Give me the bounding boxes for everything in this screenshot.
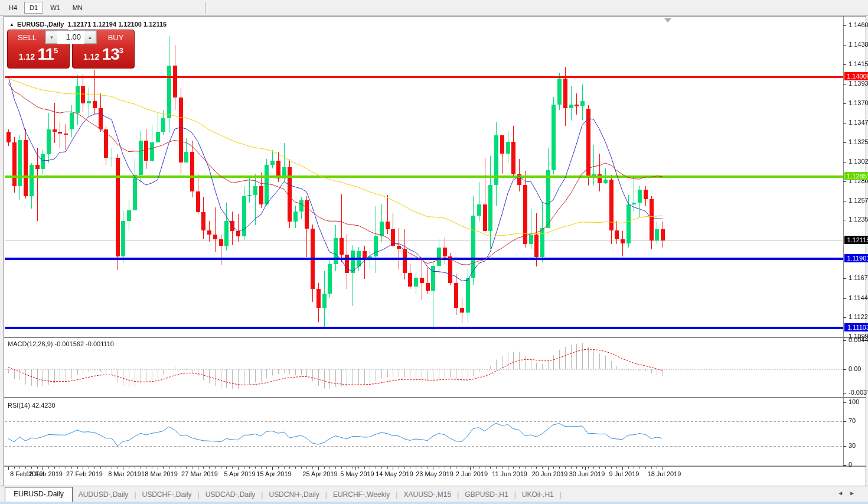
- chart-tab-bar: EURUSD-,DailyAUDUSD-,Daily|USDCHF-,Daily…: [0, 486, 868, 502]
- price-axis-tick: 1.14605: [849, 21, 868, 28]
- date-axis-tick: 9 Jul 2019: [609, 470, 639, 477]
- rsi-axis-tick: 0: [849, 461, 852, 468]
- date-axis-tick: 18 Jul 2019: [648, 470, 681, 477]
- price-axis-tick: 1.14155: [849, 60, 868, 67]
- chart-tab-gbpusd-h1[interactable]: GBPUSD-,H1: [459, 488, 514, 502]
- date-axis-tick: 14 May 2019: [376, 470, 413, 477]
- date-axis-tick: 5 May 2019: [340, 470, 374, 477]
- chart-tab-audusd-daily[interactable]: AUDUSD-,Daily: [73, 488, 135, 502]
- sell-price-prefix: 1.12: [19, 52, 35, 61]
- date-axis-tick: 27 Feb 2019: [66, 470, 103, 477]
- volume-input[interactable]: 1.00: [57, 31, 84, 44]
- date-axis-tick: 5 Apr 2019: [224, 470, 255, 477]
- date-axis-tick: 30 Jun 2019: [569, 470, 605, 477]
- date-axis-tick: 18 Feb 2019: [26, 470, 63, 477]
- tab-scroll-right-icon[interactable]: ►: [849, 490, 861, 496]
- volume-increase-icon[interactable]: ▲: [84, 31, 96, 44]
- chart-tab-eurusd-daily[interactable]: EURUSD-,Daily: [5, 487, 73, 502]
- date-axis-tick: 25 Apr 2019: [302, 470, 337, 477]
- chart-tab-eurchf-weekly[interactable]: EURCHF-,Weekly: [327, 488, 396, 502]
- rsi-axis-tick: 70: [849, 417, 856, 424]
- date-axis-tick: 15 Apr 2019: [256, 470, 291, 477]
- chart-tab-usdcnh-daily[interactable]: USDCNH-,Daily: [263, 488, 325, 502]
- date-axis-tick: 2 Jun 2019: [456, 470, 488, 477]
- one-click-trading-panel: SELL 1.12 115 BUY 1.12 133 ▼ 1.00 ▲: [7, 30, 135, 69]
- rsi-axis-tick: 30: [849, 442, 856, 449]
- price-axis-tick: 1.11220: [849, 313, 868, 320]
- price-axis-tick: 1.11445: [849, 294, 868, 301]
- tab-separator: |: [560, 490, 562, 502]
- price-axis-tick: 1.11675: [849, 274, 868, 281]
- chart-tab-ukoil-h1[interactable]: UKOil-,H1: [516, 488, 560, 502]
- sell-price-sup: 5: [54, 46, 58, 55]
- level-price-tag: 1.11901: [844, 254, 868, 262]
- tab-scroll-left-icon[interactable]: ◄: [837, 490, 849, 496]
- volume-spinner: ▼ 1.00 ▲: [45, 30, 97, 44]
- chart-tabs: EURUSD-,DailyAUDUSD-,Daily|USDCHF-,Daily…: [0, 487, 562, 502]
- mt4-window: H4D1W1MN ▲EURUSD-,Daily 1.12171 1.12194 …: [0, 0, 868, 504]
- buy-price: 1.12 133: [73, 45, 134, 64]
- sell-price-big: 11: [37, 45, 54, 63]
- buy-button[interactable]: BUY: [97, 30, 134, 42]
- buy-price-prefix: 1.12: [83, 52, 99, 61]
- price-axis-tick: 1.13025: [849, 158, 868, 165]
- macd-axis-tick: 0.004465: [849, 336, 868, 343]
- date-axis-tick: 18 Mar 2019: [141, 470, 178, 477]
- level-price-tag: 1.12851: [844, 172, 868, 180]
- sell-price: 1.12 115: [8, 45, 69, 64]
- chart-tab-xauusd-m15[interactable]: XAUUSD-,M15: [397, 488, 457, 502]
- macd-axis-tick: 0.00: [849, 365, 861, 372]
- chart-title: ▲EURUSD-,Daily 1.12171 1.12194 1.12100 1…: [9, 21, 167, 28]
- sell-button[interactable]: SELL: [9, 30, 45, 42]
- rsi-label: RSI(14) 42.4230: [8, 402, 56, 409]
- date-axis-tick: 11 Jun 2019: [492, 470, 527, 477]
- price-axis-tick: 1.13705: [849, 99, 868, 106]
- chart-tab-usdcad-daily[interactable]: USDCAD-,Daily: [200, 488, 262, 502]
- date-axis-tick: 20 Jun 2019: [532, 470, 568, 477]
- volume-decrease-icon[interactable]: ▼: [45, 31, 57, 44]
- buy-price-big: 13: [102, 45, 119, 63]
- chart-shift-marker-icon[interactable]: [664, 18, 671, 22]
- date-axis-tick: 8 Mar 2019: [108, 470, 141, 477]
- current-price-tag: 1.12115: [844, 236, 868, 244]
- chart-ohlc-values: 1.12171 1.12194 1.12100 1.12115: [68, 21, 167, 28]
- price-axis-tick: 1.13250: [849, 138, 868, 145]
- date-axis-tick: 27 Mar 2019: [181, 470, 218, 477]
- chart-symbol-label: EURUSD-,Daily: [17, 21, 64, 28]
- price-axis-tick: 1.13475: [849, 119, 868, 126]
- level-price-tag: 1.14009: [844, 72, 868, 80]
- price-axis-tick: 1.12350: [849, 216, 868, 223]
- price-axis-tick: 1.14380: [849, 41, 868, 48]
- price-axis-tick: 1.12575: [849, 197, 868, 204]
- chart-canvas[interactable]: [0, 0, 868, 504]
- chart-collapse-icon[interactable]: ▲: [9, 22, 14, 27]
- price-axis-tick: 1.13930: [849, 80, 868, 87]
- macd-axis-tick: -0.003715: [849, 389, 868, 396]
- tab-scroll-arrows: ◄►: [837, 490, 861, 496]
- buy-price-sup: 3: [119, 46, 123, 55]
- chart-tab-usdchf-daily[interactable]: USDCHF-,Daily: [136, 488, 198, 502]
- level-price-tag: 1.11103: [844, 323, 868, 331]
- macd-label: MACD(12,26,9) -0.001562 -0.001110: [8, 340, 114, 347]
- date-axis-tick: 23 May 2019: [416, 470, 453, 477]
- rsi-axis-tick: 100: [849, 398, 859, 405]
